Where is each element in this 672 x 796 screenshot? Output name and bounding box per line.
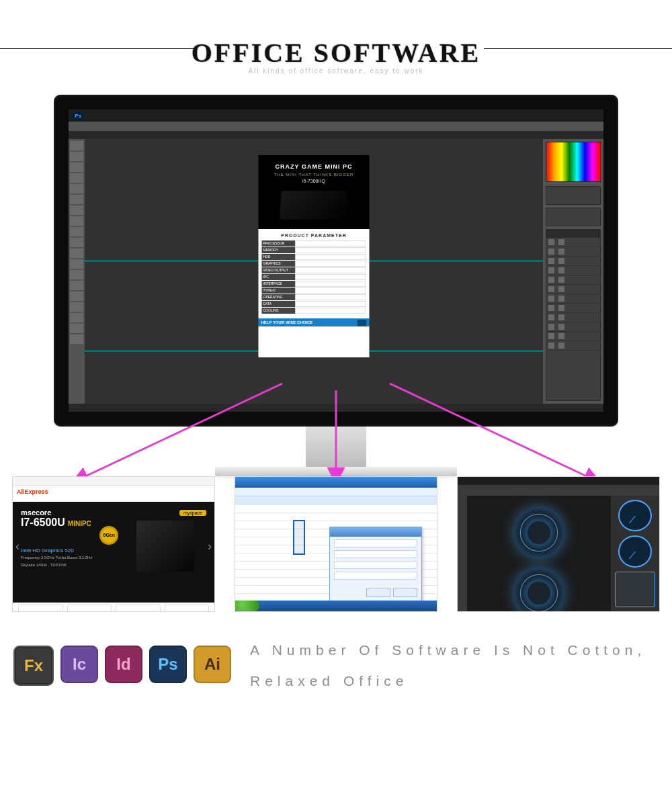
ps-document-tab (69, 131, 603, 139)
hud-ring-graphic (513, 506, 565, 559)
monitor: Ps CRAZY GAME MINI PC (54, 95, 618, 480)
spec-key: TYPE-D (262, 288, 296, 294)
color-swatch-panel (546, 142, 601, 182)
spec-key: HDD (262, 254, 296, 260)
spec-key: PROCESSOR (262, 240, 296, 247)
spec-key: INTERFACE (262, 281, 296, 287)
spec-heading: PRODUCT PARAMETER (262, 233, 366, 238)
properties-panel (546, 208, 601, 226)
dialog-box (329, 527, 422, 602)
ps-menu-items (87, 113, 89, 119)
spec-key: IPC (262, 274, 296, 280)
spec-key: VIDEO OUTPUT (262, 267, 296, 273)
indesign-app-icon: Id (105, 646, 142, 683)
photoshop-app-icon: Ps (73, 112, 83, 120)
tagline: A Number Of Software Is Not Cotton, Rela… (250, 635, 659, 697)
spec-key: OPERATING (262, 294, 296, 300)
section-heading: OFFICE SOFTWARE All kinds of office soft… (0, 0, 672, 95)
spec-key: DATA (262, 301, 296, 307)
thumbnail-spreadsheet (235, 476, 437, 612)
ps-options-bar (69, 122, 603, 131)
series-chip: INTEL I5 SERIES (116, 605, 161, 612)
photoshop-window: Ps CRAZY GAME MINI PC (69, 109, 603, 412)
clock-widget-icon (618, 535, 652, 567)
rule-left (0, 48, 195, 49)
ps-menubar: Ps (69, 109, 603, 122)
tagline-line-2: Relaxed Office (250, 666, 659, 697)
dark-app-titlebar (458, 477, 659, 485)
spec-key: GRAPHICS (262, 261, 296, 267)
hud-ring-graphic (513, 567, 565, 612)
start-button-icon (235, 601, 259, 611)
doc-model: i5-7300HQ (261, 179, 367, 183)
page-subtitle: All kinds of office software, easy to wo… (0, 67, 672, 75)
gen-badge: 6Gen (99, 526, 118, 545)
adjustments-panel (546, 186, 601, 205)
photoshop-app-icon: Ps (149, 646, 187, 683)
clock-widget-icon (618, 500, 652, 531)
store-brand: msecore (21, 508, 51, 517)
spec-key: MEMORY (262, 247, 296, 253)
thumbnail-design-tool (457, 476, 660, 612)
incopy-app-icon: Ic (60, 646, 98, 683)
cell-selection (293, 520, 305, 555)
excel-titlebar (235, 477, 437, 488)
ps-document: CRAZY GAME MINI PC THE MINI THAT THINKS … (259, 155, 370, 357)
ps-status-bar (69, 404, 603, 412)
dark-app-toolbar (458, 485, 659, 496)
chevron-right-icon: › (208, 539, 212, 554)
tagline-line-1: A Number Of Software Is Not Cotton, (250, 635, 659, 666)
flex-app-icon: Fx (13, 646, 54, 686)
dark-app-side-panel (611, 496, 659, 611)
choice-banner-text: HELP YOUR WISE CHOICE (261, 320, 313, 324)
doc-slogan: THE MINI THAT THINKS BIGGER (261, 173, 367, 177)
thumbnail-browser: AliExpress msecore myspace ‹ › I7-6500UM… (12, 476, 215, 612)
rule-right (484, 48, 672, 49)
doc-footer-area (259, 326, 370, 357)
ps-canvas: CRAZY GAME MINI PC THE MINI THAT THINKS … (85, 139, 543, 404)
thumbnail-row: AliExpress msecore myspace ‹ › I7-6500UM… (0, 476, 672, 612)
choice-banner: HELP YOUR WISE CHOICE (259, 318, 370, 326)
doc-title: CRAZY GAME MINI PC (261, 163, 367, 170)
site-logo: AliExpress (17, 488, 48, 495)
series-chip: INTEL I5 SERIES (67, 605, 112, 612)
intel-chip-icon (358, 320, 367, 326)
adobe-icon-row: Fx Ic Id Ps Ai (13, 646, 231, 686)
monitor-stand-neck (306, 427, 366, 467)
monitor-bezel: Ps CRAZY GAME MINI PC (54, 95, 618, 427)
excel-menubar (235, 488, 437, 496)
dark-app-canvas (467, 496, 611, 611)
series-chip: INTL (165, 605, 210, 612)
product-image (136, 521, 194, 572)
mini-pc-image (280, 191, 349, 220)
layers-panel (546, 229, 601, 401)
taskbar (235, 601, 437, 611)
page-title: OFFICE SOFTWARE (0, 37, 672, 69)
ps-panels (543, 139, 603, 404)
ps-tools-panel (69, 139, 85, 404)
chevron-left-icon: ‹ (15, 539, 19, 554)
spec-key: COOLING (262, 308, 296, 314)
series-chip: INTEL I7 SERIES (18, 605, 63, 612)
store-pill: myspace (179, 510, 206, 516)
product-headline: I7-6500UMINIPC (21, 517, 94, 528)
illustrator-app-icon: Ai (194, 646, 231, 683)
footer: Fx Ic Id Ps Ai A Number Of Software Is N… (0, 612, 672, 723)
panel-slot (615, 572, 655, 607)
dark-app-tools (458, 496, 467, 611)
